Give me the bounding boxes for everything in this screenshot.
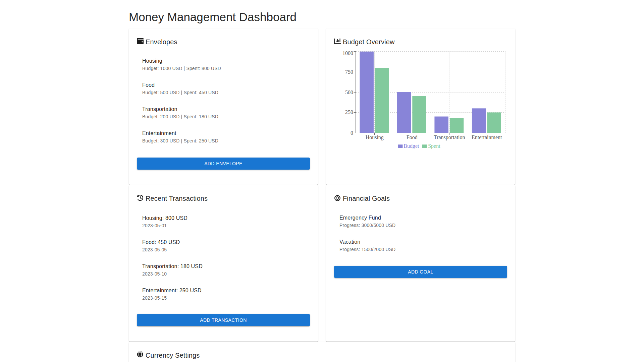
svg-text:Food: Food: [407, 134, 418, 140]
svg-text:750: 750: [345, 69, 353, 75]
svg-text:Housing: Housing: [366, 134, 384, 140]
svg-text:250: 250: [345, 109, 353, 115]
svg-text:Transportation: Transportation: [434, 134, 465, 140]
svg-text:1000: 1000: [342, 50, 353, 56]
svg-text:Entertainment: Entertainment: [472, 134, 502, 140]
svg-text:Budget: Budget: [404, 143, 419, 149]
svg-text:Spent: Spent: [428, 143, 440, 149]
svg-text:0: 0: [351, 130, 353, 136]
svg-text:500: 500: [345, 89, 353, 95]
